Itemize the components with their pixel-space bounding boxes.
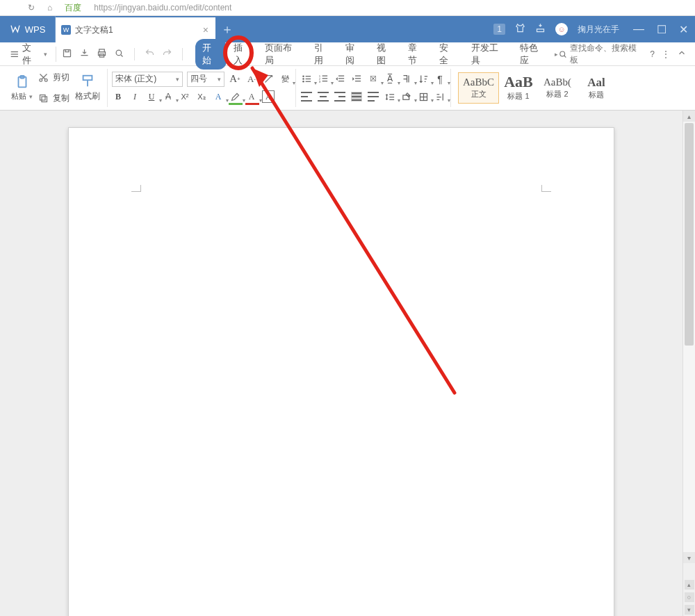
collapse-ribbon-icon[interactable] [677,48,687,60]
scroll-thumb[interactable] [685,123,694,346]
maximize-icon[interactable]: ☐ [657,23,667,36]
command-search-placeholder: 查找命令、搜索模板 [570,42,643,66]
shading-icon[interactable]: ▾ [400,90,413,103]
decrease-font-icon[interactable]: A- [245,73,258,86]
copy-button[interactable]: 复制 [38,90,70,108]
decrease-indent-icon[interactable] [334,73,346,86]
cut-label: 剪切 [53,72,70,83]
workspace: ▴ ▾ ▴ ○ ▾ [0,111,695,616]
style-title[interactable]: Aal 标题 [577,72,616,104]
style-heading2[interactable]: AaBb( 标题 2 [538,72,577,104]
notification-badge[interactable]: 1 [493,24,505,35]
numbering-icon[interactable]: 123▾ [317,73,329,86]
browse-object-icon[interactable]: ○ [685,592,694,602]
baidu-label: 百度 [65,2,81,14]
cut-button[interactable]: 剪切 [38,69,70,87]
style-normal[interactable]: AaBbC 正文 [458,72,499,104]
phonetic-icon[interactable]: 變▾ [279,73,291,86]
align-justify-icon[interactable] [350,90,363,103]
svg-rect-16 [83,76,92,80]
align-left-icon[interactable] [300,90,313,103]
align-right-icon[interactable] [334,90,346,103]
font-name-dropdown[interactable]: 宋体 (正文)▾ [112,72,183,87]
svg-rect-26 [322,76,327,76]
scroll-down-icon[interactable]: ▾ [683,552,695,563]
quick-access-toolbar [56,47,191,62]
tab-insert[interactable]: 插入 [227,39,258,70]
svg-rect-28 [322,81,327,81]
print-preview-icon[interactable] [114,48,124,60]
sort-icon[interactable]: ▾ [417,73,430,86]
highlight-icon[interactable]: ▾ [229,90,241,103]
tab-security[interactable]: 安全 [432,39,464,70]
borders-icon[interactable]: ▾ [417,90,430,103]
arrow-export-icon[interactable] [79,48,90,60]
italic-icon[interactable]: I [129,90,141,103]
print-icon[interactable] [97,48,107,60]
document-viewport[interactable] [0,111,682,616]
document-tab[interactable]: W 文字文稿1 × [56,16,215,42]
underline-icon[interactable]: U▾ [145,90,158,103]
style-heading1[interactable]: AaB 标题 1 [499,72,538,104]
tab-view[interactable]: 视图 [370,39,401,70]
tab-page-layout[interactable]: 页面布局 [258,39,306,70]
tab-developer[interactable]: 开发工具 [464,39,513,70]
scroll-up-icon[interactable]: ▴ [683,111,695,122]
svg-rect-20 [305,76,311,76]
increase-font-icon[interactable]: A+ [229,73,241,86]
save-icon[interactable] [62,48,72,60]
close-window-icon[interactable]: ✕ [679,23,688,36]
increase-indent-icon[interactable] [350,73,363,86]
browser-remnant-bar: ↻ ⌂ 百度 https://jingyan.baidu.com/edit/co… [0,0,695,16]
align-center-icon[interactable] [317,90,329,103]
paste-label: 粘贴 [11,91,26,102]
font-size-dropdown[interactable]: 四号▾ [187,72,224,87]
superscript-icon[interactable]: X² [179,90,191,103]
format-painter-button[interactable]: 格式刷 [72,74,103,102]
change-case-icon[interactable]: A̲̅▾ [384,73,396,86]
bold-icon[interactable]: B [112,90,124,103]
text-effect-icon[interactable]: A▾ [212,90,224,103]
user-avatar[interactable]: ☺ [555,23,568,35]
copy-label: 复制 [53,92,70,104]
svg-text:3: 3 [318,80,320,83]
command-search[interactable]: 查找命令、搜索模板 [558,42,643,66]
paste-button[interactable]: 粘贴▾ [8,74,35,102]
bullets-icon[interactable]: ▾ [300,73,313,86]
undo-icon[interactable] [145,48,155,60]
strikethrough-icon[interactable]: A▾ [162,90,174,103]
line-spacing-icon[interactable]: ▾ [384,90,396,103]
username[interactable]: 掬月光在手 [578,24,619,35]
redo-icon[interactable] [162,48,172,60]
help-icon[interactable]: ? [650,49,655,59]
document-page[interactable] [68,127,614,616]
char-border-icon[interactable]: A [262,90,275,103]
tab-references[interactable]: 引用 [307,39,338,70]
more-icon[interactable]: ⋮ [662,49,670,59]
vertical-scrollbar[interactable]: ▴ ▾ ▴ ○ ▾ [682,111,695,616]
close-tab-icon[interactable]: × [203,24,208,35]
tab-section[interactable]: 章节 [401,39,432,70]
font-color-icon[interactable]: A▾ [245,90,258,103]
wps-home-tab[interactable]: WPS [0,16,56,42]
tab-start[interactable]: 开始 [195,39,227,70]
feedback-icon[interactable] [535,23,546,35]
next-page-nav-icon[interactable]: ▾ [685,605,694,615]
style-gallery[interactable]: AaBbC 正文 AaB 标题 1 AaBb( 标题 2 Aal 标题 [458,72,616,104]
skin-icon[interactable] [515,23,525,35]
tab-review[interactable]: 审阅 [338,39,370,70]
distribute-icon[interactable] [367,90,379,103]
tab-special[interactable]: 特色应 [513,39,553,70]
prev-page-nav-icon[interactable]: ▴ [685,580,694,590]
scroll-track[interactable] [683,122,695,552]
file-menu[interactable]: 文件 ▾ [4,42,53,67]
minimize-icon[interactable]: — [633,23,644,35]
asian-layout-icon[interactable]: ▾ [400,73,413,86]
home-icon: ⌂ [47,3,52,13]
clear-format-icon[interactable] [262,73,275,86]
subscript-icon[interactable]: X₂ [195,90,208,103]
show-marks-icon[interactable]: ¶▾ [434,73,446,86]
tabs-settings-icon[interactable]: ▾ [434,90,446,103]
char-scale-icon[interactable]: ☒▾ [367,73,379,86]
svg-point-19 [302,81,304,83]
